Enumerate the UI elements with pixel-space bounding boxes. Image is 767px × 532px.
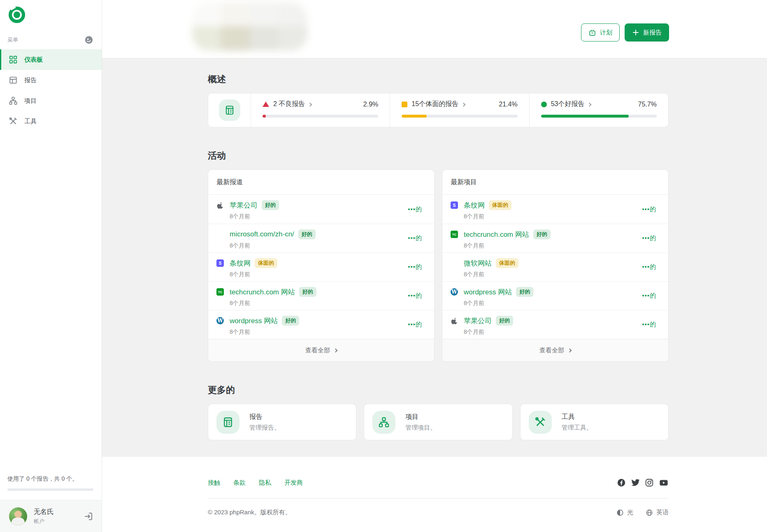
status-badge: 好的 [299,287,316,297]
facebook-icon[interactable] [617,478,626,487]
list-item: microsoft.com/zh-cn/ 好的 8个月前 •••的 [208,224,434,252]
item-time: 8个月前 [230,300,316,307]
list-item: W wordpress 网站 好的 8个月前 •••的 [442,281,668,310]
report-link[interactable]: techcrunch.com 网站 [230,287,295,297]
decent-reports-percent: 21.4% [499,101,517,108]
progress-track [263,115,378,118]
project-link[interactable]: 苹果公司 [464,316,492,326]
usage-progress-track [7,488,93,491]
list-item: TC techcrunch.com 网站 好的 8个月前 •••的 [208,281,434,310]
apple-icon [451,317,458,324]
projects-icon [9,96,18,105]
project-link[interactable]: techcrunch.com 网站 [464,230,529,239]
wordpress-icon: W [451,288,458,296]
microsoft-icon [216,231,224,238]
usage-summary: 使用了 0 个报告，共 0 个。 [0,475,102,483]
project-link[interactable]: wordpress 网站 [464,287,512,297]
decent-square-icon [402,102,407,107]
view-all-reports[interactable]: 查看全部 [208,339,434,361]
status-badge: 好的 [516,287,533,297]
theme-label: 光 [627,509,633,516]
project-link[interactable]: 微软网站 [464,259,492,268]
item-more-menu[interactable]: •••的 [408,206,422,213]
report-link[interactable]: 苹果公司 [230,201,258,210]
sidebar-item-dashboard[interactable]: 仪表板 [0,49,102,70]
decent-reports-link[interactable]: 15个体面的报告 [411,100,458,109]
wordpress-icon: W [216,317,224,324]
item-more-menu[interactable]: •••的 [408,292,422,300]
item-more-menu[interactable]: •••的 [642,234,656,242]
more-card-reports[interactable]: 报告 管理报告。 [208,404,356,440]
menu-heading: 菜单 [7,36,18,44]
good-reports-link[interactable]: 53个好报告 [551,100,585,109]
item-more-menu[interactable]: •••的 [642,263,656,271]
chevron-right-icon [568,349,572,353]
logout-icon[interactable] [84,511,93,521]
sidebar-item-tools[interactable]: 工具 [0,111,102,132]
more-card-tools[interactable]: 工具 管理工具。 [520,404,669,440]
tools-icon [529,411,552,434]
theme-toggle[interactable]: 光 [616,509,633,516]
reports-icon [9,76,18,85]
twitter-icon[interactable] [631,478,640,487]
view-all-projects[interactable]: 查看全部 [442,339,668,361]
projects-icon [372,411,395,434]
item-more-menu[interactable]: •••的 [642,206,656,213]
stat-good-reports: 53个好报告 75.7% [529,93,668,127]
item-time: 8个月前 [230,213,279,220]
footer-link-privacy[interactable]: 隐私 [259,479,271,487]
list-item: W wordpress 网站 好的 8个月前 •••的 [208,310,434,339]
avatar [9,507,27,525]
report-link[interactable]: microsoft.com/zh-cn/ [230,230,294,238]
plan-button[interactable]: 计划 [581,23,620,42]
good-circle-icon [541,102,547,107]
account-circle-icon[interactable] [84,35,93,44]
view-all-label: 查看全部 [539,347,564,354]
status-badge: 体面的 [255,258,277,268]
latest-reports-title: 最新报道 [208,170,434,195]
footer-link-developers[interactable]: 开发商 [284,479,303,487]
good-reports-percent: 75.7% [638,101,657,108]
more-card-projects[interactable]: 项目 管理项目。 [364,404,512,440]
main-area: 计划 新报告 概述 [102,0,767,532]
copyright-text: © 2023 phpRank。版权所有。 [208,509,291,516]
plan-button-label: 计划 [600,29,612,37]
report-link[interactable]: wordpress 网站 [230,316,278,326]
activity-section-title: 活动 [208,150,669,162]
user-account-card[interactable]: 无名氏 帐户 [0,500,102,532]
app-logo[interactable] [0,0,102,24]
item-more-menu[interactable]: •••的 [642,292,656,300]
sidebar-item-projects[interactable]: 项目 [0,90,102,111]
chevron-right-icon [308,103,312,107]
phprank-logo-icon [7,5,26,24]
language-label: 英语 [656,509,669,516]
item-more-menu[interactable]: •••的 [642,321,656,328]
item-more-menu[interactable]: •••的 [408,234,422,242]
report-link[interactable]: 条纹网 [230,259,251,268]
top-header: 计划 新报告 [102,0,767,58]
sidebar: 菜单 仪表板 报告 [0,0,102,532]
sidebar-item-reports[interactable]: 报告 [0,70,102,90]
progress-track [541,115,657,118]
dashboard-icon [9,55,18,64]
instagram-icon[interactable] [645,478,654,487]
list-item: S 条纹网 体面的 8个月前 •••的 [442,195,668,224]
footer-link-terms[interactable]: 条款 [233,479,246,487]
reports-icon [216,411,239,434]
more-card-subtitle: 管理报告。 [249,424,280,432]
progress-fill [402,115,426,118]
stat-decent-reports: 15个体面的报告 21.4% [390,93,529,127]
footer-link-contact[interactable]: 接触 [208,479,220,487]
project-link[interactable]: 条纹网 [464,201,485,210]
overview-icon-cell [208,93,251,127]
youtube-icon[interactable] [659,478,669,487]
item-more-menu[interactable]: •••的 [408,321,422,328]
new-report-button[interactable]: 新报告 [625,23,669,42]
chevron-right-icon [334,349,338,353]
bad-reports-link[interactable]: 2 不良报告 [273,100,305,109]
item-more-menu[interactable]: •••的 [408,263,422,271]
language-selector[interactable]: 英语 [646,509,669,516]
overview-section-title: 概述 [208,73,669,86]
progress-fill [541,115,629,118]
list-item: TC techcrunch.com 网站 好的 8个月前 •••的 [442,224,668,252]
